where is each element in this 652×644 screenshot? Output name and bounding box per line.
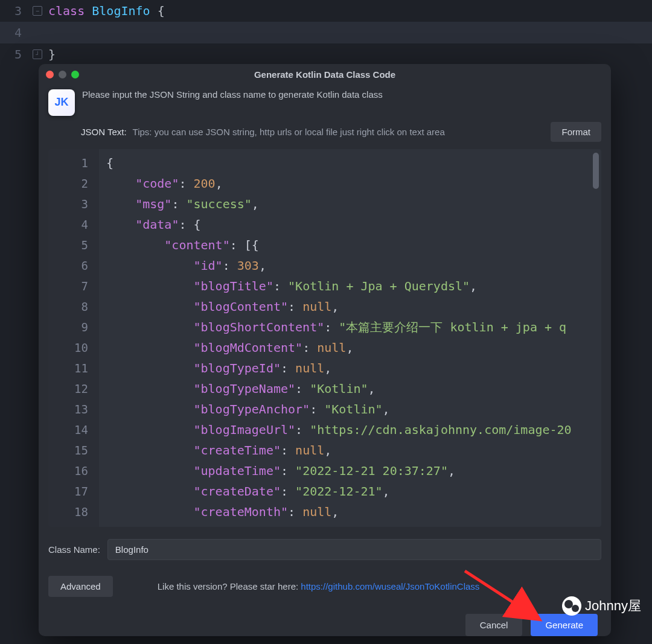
json-editor[interactable]: 123456789101112131415161718 { "code": 20… <box>48 149 601 527</box>
line-number: 5 <box>0 47 27 62</box>
generate-dialog: Generate Kotlin Data Class Code JK Pleas… <box>39 64 611 636</box>
json-text-label: JSON Text: <box>81 127 127 137</box>
brace: { <box>158 4 165 18</box>
wechat-icon <box>562 596 581 616</box>
star-link[interactable]: https://github.com/wuseal/JsonToKotlinCl… <box>301 581 479 591</box>
keyword: class <box>48 4 85 18</box>
scrollbar-thumb[interactable] <box>593 153 599 189</box>
json-gutter: 123456789101112131415161718 <box>48 149 99 527</box>
star-prefix: Like this version? Please star here: <box>158 581 301 591</box>
brace: } <box>48 47 56 62</box>
fold-end-icon[interactable]: ┘ <box>33 49 42 59</box>
line-number: 3 <box>0 4 27 18</box>
json-text-tips: Tips: you can use JSON string, http urls… <box>133 127 545 137</box>
classname-label: Class Name: <box>48 544 100 555</box>
format-button[interactable]: Format <box>551 122 601 142</box>
titlebar: Generate Kotlin Data Class Code <box>39 64 611 86</box>
fold-icon[interactable]: − <box>33 6 42 16</box>
dialog-title: Generate Kotlin Data Class Code <box>39 69 611 80</box>
generate-button[interactable]: Generate <box>531 614 598 636</box>
watermark-text: Johnny屋 <box>585 597 641 615</box>
star-text: Like this version? Please star here: htt… <box>158 581 480 591</box>
classname-input[interactable] <box>107 539 601 560</box>
line-number: 4 <box>0 25 27 40</box>
advanced-button[interactable]: Advanced <box>48 576 113 597</box>
cancel-button[interactable]: Cancel <box>465 614 523 636</box>
dialog-instruction: Please input the JSON String and class n… <box>82 89 601 100</box>
watermark: Johnny屋 <box>562 596 641 616</box>
app-icon: JK <box>48 89 75 116</box>
json-body[interactable]: { "code": 200, "msg": "success", "data":… <box>99 149 601 527</box>
class-name: BlogInfo <box>92 4 150 18</box>
